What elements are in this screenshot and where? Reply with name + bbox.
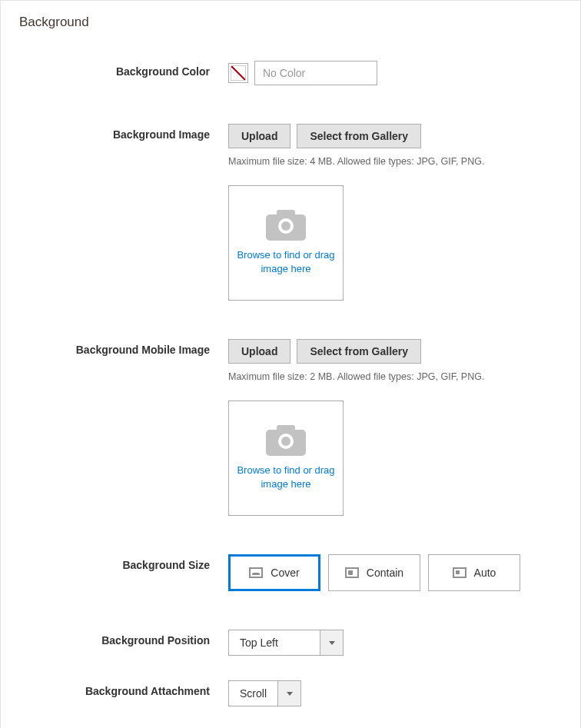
background-color-input[interactable] [254,61,377,85]
color-swatch[interactable] [228,63,248,83]
size-option-auto[interactable]: Auto [428,554,520,591]
select-value: Scroll [229,681,277,706]
mobile-upload-button[interactable]: Upload [228,339,290,364]
background-mobile-image-row: Background Mobile Image Upload Select fr… [19,339,562,516]
background-position-select[interactable]: Top Left [228,630,344,656]
no-color-icon [231,65,246,81]
select-value: Top Left [229,630,320,655]
size-option-label: Contain [367,567,403,579]
background-attachment-select[interactable]: Scroll [228,680,301,706]
background-mobile-image-dropzone[interactable]: Browse to find or drag image here [228,401,344,516]
chevron-down-icon [320,630,343,655]
background-image-row: Background Image Upload Select from Gall… [19,124,562,301]
background-image-hint: Maximum file size: 4 MB. Allowed file ty… [228,156,562,167]
background-image-label: Background Image [19,124,228,141]
auto-icon [453,567,466,578]
cover-icon [249,567,263,578]
background-size-label: Background Size [19,554,228,571]
background-position-label: Background Position [19,630,228,647]
mobile-select-from-gallery-button[interactable]: Select from Gallery [297,339,421,364]
size-option-label: Cover [271,567,299,579]
chevron-down-icon [277,681,300,706]
background-mobile-image-label: Background Mobile Image [19,339,228,356]
background-color-label: Background Color [19,61,228,78]
size-option-contain[interactable]: Contain [328,554,420,591]
background-mobile-image-hint: Maximum file size: 2 MB. Allowed file ty… [228,371,562,382]
background-attachment-label: Background Attachment [19,680,228,697]
background-color-row: Background Color [19,61,562,85]
contain-icon [345,567,359,578]
size-option-label: Auto [474,567,496,579]
camera-icon [266,425,306,456]
background-attachment-row: Background Attachment Scroll [19,680,562,706]
section-title: Background [19,15,562,30]
select-from-gallery-button[interactable]: Select from Gallery [297,124,421,148]
background-settings-panel: Background Background Color Background I… [0,0,581,728]
camera-icon [266,210,306,241]
dropzone-text: Browse to find or drag image here [237,248,335,276]
size-option-cover[interactable]: Cover [228,554,320,591]
background-size-row: Background Size Cover Contain Auto [19,554,562,591]
upload-button[interactable]: Upload [228,124,290,148]
background-image-dropzone[interactable]: Browse to find or drag image here [228,185,344,301]
background-position-row: Background Position Top Left [19,630,562,656]
dropzone-text: Browse to find or drag image here [237,464,335,491]
